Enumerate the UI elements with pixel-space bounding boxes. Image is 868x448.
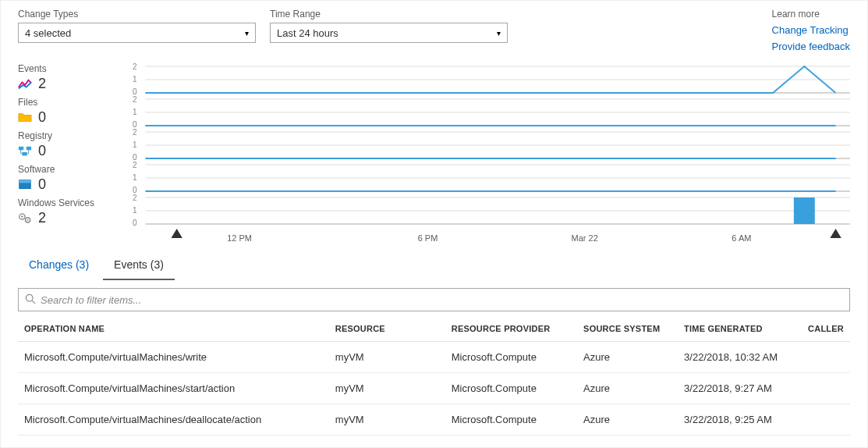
chevron-down-icon: ▾ [497,29,501,37]
counter-label: Software [18,164,123,175]
xaxis-label: 6 PM [418,233,438,243]
sparkline-software: 210 [131,162,850,194]
counter-panel: Events2Files0Registry0Software0Windows S… [18,63,123,247]
svg-line-29 [32,300,35,304]
counter-software: Software0 [18,164,123,193]
chevron-down-icon: ▾ [245,29,249,37]
cell-res: myVM [329,342,445,373]
tab-changes-3-[interactable]: Changes (3) [18,252,100,280]
cell-time: 3/22/2018, 9:27 AM [678,373,802,404]
svg-point-10 [21,215,23,217]
column-header[interactable]: SOURCE SYSTEM [577,316,678,342]
counter-label: Registry [18,130,123,141]
column-header[interactable]: OPERATION NAME [18,316,329,342]
tab-events-3-[interactable]: Events (3) [103,252,175,280]
events-table: OPERATION NAMERESOURCERESOURCE PROVIDERS… [18,316,850,436]
svg-rect-0 [19,146,23,149]
link-provide-feedback[interactable]: Provide feedback [772,41,850,52]
cell-op: Microsoft.Compute/virtualMachines/deallo… [18,404,329,436]
counter-value: 0 [38,109,46,126]
cell-res: myVM [329,373,445,404]
cell-op: Microsoft.Compute/virtualMachines/write [18,342,329,373]
svg-rect-7 [19,180,30,183]
search-input[interactable] [41,294,843,306]
cell-caller [802,373,850,404]
svg-point-28 [26,294,33,301]
sparkline-files: 210 [131,96,850,129]
cell-res: myVM [329,404,445,436]
gears-icon [18,212,32,225]
counter-label: Windows Services [18,197,123,208]
svg-point-11 [27,219,29,220]
change-types-value: 4 selected [25,27,71,39]
svg-rect-1 [27,146,31,149]
cell-caller [802,404,850,436]
counter-registry: Registry0 [18,130,123,159]
change-types-dropdown[interactable]: 4 selected ▾ [18,23,256,43]
counter-value: 0 [38,143,46,159]
counter-value: 0 [38,176,46,193]
search-icon [25,293,36,307]
time-range-dropdown[interactable]: Last 24 hours ▾ [270,23,508,43]
cell-time: 3/22/2018, 10:32 AM [678,342,802,373]
learn-more-heading: Learn more [772,9,850,20]
cell-src: Azure [577,404,678,436]
counter-value: 2 [38,76,46,92]
table-row[interactable]: Microsoft.Compute/virtualMachines/deallo… [18,404,850,436]
column-header[interactable]: CALLER [802,316,850,342]
sparkline-registry: 210 [131,129,850,162]
link-change-tracking[interactable]: Change Tracking [772,24,850,36]
cell-src: Azure [577,342,678,373]
cell-prov: Microsoft.Compute [445,404,577,436]
counter-label: Files [18,97,123,108]
svg-rect-27 [794,197,815,224]
column-header[interactable]: RESOURCE [329,316,445,342]
xaxis-label: 6 AM [732,233,751,243]
change-types-label: Change Types [18,9,256,20]
tab-bar: Changes (3)Events (3) [18,252,850,280]
time-axis: 12 PM6 PMMar 226 AM [131,229,850,247]
column-header[interactable]: RESOURCE PROVIDER [445,316,577,342]
range-marker-left [172,229,182,238]
cell-src: Azure [577,373,678,404]
counter-events: Events2 [18,63,123,92]
counter-label: Events [18,63,123,74]
range-marker-right [830,229,841,238]
counter-windows-services: Windows Services2 [18,197,123,226]
cell-op: Microsoft.Compute/virtualMachines/start/… [18,373,329,404]
time-range-value: Last 24 hours [277,27,338,39]
xaxis-label: 12 PM [227,233,252,243]
table-row[interactable]: Microsoft.Compute/virtualMachines/writem… [18,342,850,373]
filter-bar: Change Types 4 selected ▾ Time Range Las… [18,9,850,52]
folder-icon [18,112,32,124]
cell-prov: Microsoft.Compute [445,373,577,404]
time-range-label: Time Range [270,9,508,20]
sparkline-events: 210 [131,63,850,96]
counter-files: Files0 [18,97,123,126]
table-row[interactable]: Microsoft.Compute/virtualMachines/start/… [18,373,850,404]
cell-time: 3/22/2018, 9:25 AM [678,404,802,436]
counter-value: 2 [38,210,46,226]
package-icon [18,179,32,191]
registry-icon [18,145,32,158]
sparkline-windows-services: 210 [131,194,850,227]
cell-prov: Microsoft.Compute [445,342,577,373]
chart-icon [18,78,32,91]
search-box[interactable] [18,288,850,311]
column-header[interactable]: TIME GENERATED [678,316,802,342]
sparkline-panel: 210210210210210 12 PM6 PMMar 226 AM [131,63,850,247]
xaxis-label: Mar 22 [572,233,598,243]
cell-caller [802,342,850,373]
